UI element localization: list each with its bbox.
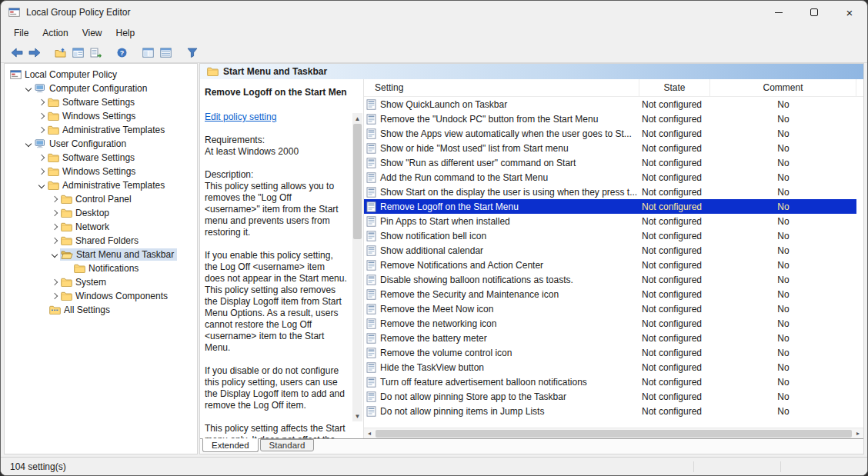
chevron-right-icon[interactable]: [48, 221, 60, 232]
tree-item-label: All Settings: [64, 305, 110, 315]
scroll-down-arrow-icon[interactable]: ▼: [352, 411, 362, 421]
comment-value: No: [710, 143, 856, 154]
tree-item-computer-configuration[interactable]: Computer Configuration: [5, 82, 197, 95]
tree-item-windows-components[interactable]: Windows Components: [5, 289, 197, 303]
close-button[interactable]: ×: [832, 1, 867, 24]
setting-row[interactable]: Remove the Meet Now iconNot configuredNo: [364, 301, 856, 316]
chevron-right-icon[interactable]: [48, 291, 60, 301]
chevron-right-icon[interactable]: [35, 166, 47, 177]
tree-item-software-settings[interactable]: Software Settings: [5, 151, 197, 165]
scroll-left-arrow-icon[interactable]: ◂: [364, 430, 375, 437]
minimize-button[interactable]: [761, 1, 796, 24]
back-button[interactable]: [8, 44, 25, 61]
extended-view-button[interactable]: [139, 44, 157, 61]
setting-row[interactable]: Remove Logoff on the Start MenuNot confi…: [364, 199, 856, 214]
chevron-right-icon[interactable]: [48, 277, 60, 288]
setting-row[interactable]: Show or hide "Most used" list from Start…: [364, 141, 856, 155]
filter-button[interactable]: [183, 44, 201, 61]
chevron-down-icon[interactable]: [35, 180, 47, 191]
tree-item-windows-settings[interactable]: Windows Settings: [5, 109, 197, 123]
help-button[interactable]: ?: [113, 44, 131, 61]
chevron-right-icon[interactable]: [35, 111, 47, 121]
tree-item-administrative-templates[interactable]: Administrative Templates: [5, 178, 197, 192]
tree-item-windows-settings[interactable]: Windows Settings: [5, 165, 197, 178]
comment-value: No: [710, 231, 856, 241]
tree-item-system[interactable]: System: [5, 275, 197, 289]
tree-item-label: Windows Settings: [62, 166, 135, 177]
tree-item-all-settings[interactable]: All Settings: [5, 303, 197, 317]
panel-header-title: Start Menu and Taskbar: [223, 66, 327, 77]
tree-item-network[interactable]: Network: [5, 220, 197, 234]
icon-view-button[interactable]: [157, 44, 175, 61]
setting-cell: Remove the Security and Maintenance icon: [364, 289, 639, 300]
setting-row[interactable]: Remove the battery meterNot configuredNo: [364, 331, 856, 345]
setting-row[interactable]: Do not allow pinning items in Jump Lists…: [364, 404, 856, 418]
forward-button[interactable]: [25, 44, 43, 61]
maximize-button[interactable]: [796, 1, 832, 24]
setting-row[interactable]: Show "Run as different user" command on …: [364, 155, 856, 170]
chevron-right-icon[interactable]: [35, 125, 47, 135]
scrollbar-track[interactable]: [352, 124, 362, 411]
scrollbar-thumb[interactable]: [353, 124, 362, 239]
setting-row[interactable]: Remove the volume control iconNot config…: [364, 345, 856, 360]
scrollbar-thumb[interactable]: [376, 430, 852, 438]
state-value: Not configured: [639, 187, 710, 198]
setting-row[interactable]: Show additional calendarNot configuredNo: [364, 243, 856, 258]
scroll-up-arrow-icon[interactable]: ▲: [352, 113, 362, 124]
chevron-down-icon[interactable]: [22, 83, 34, 94]
comment-value: No: [710, 333, 856, 344]
chevron-right-icon[interactable]: [35, 152, 47, 163]
column-header-state[interactable]: State: [639, 79, 710, 96]
chevron-right-icon[interactable]: [48, 208, 60, 218]
tree-item-administrative-templates[interactable]: Administrative Templates: [5, 123, 197, 137]
setting-row[interactable]: Turn off feature advertisement balloon n…: [364, 374, 856, 389]
tree-item-notifications[interactable]: Notifications: [5, 261, 197, 275]
edit-policy-setting-link[interactable]: Edit policy setting: [205, 112, 276, 122]
column-header-comment[interactable]: Comment: [710, 79, 856, 96]
setting-row[interactable]: Pin Apps to Start when installedNot conf…: [364, 214, 856, 228]
tree-item-software-settings[interactable]: Software Settings: [5, 95, 197, 109]
chevron-right-icon[interactable]: [48, 194, 60, 205]
tab-extended[interactable]: Extended: [202, 438, 259, 452]
setting-name: Show notification bell icon: [380, 231, 486, 241]
chevron-right-icon[interactable]: [48, 235, 60, 246]
chevron-right-icon[interactable]: [35, 97, 47, 108]
tree-item-control-panel[interactable]: Control Panel: [5, 192, 197, 206]
column-header-setting[interactable]: Setting: [364, 79, 639, 96]
tab-standard[interactable]: Standard: [260, 439, 315, 451]
setting-row[interactable]: Add the Run command to the Start MenuNot…: [364, 170, 856, 185]
tree-item-start-menu-and-taskbar[interactable]: Start Menu and Taskbar: [5, 248, 197, 261]
setting-row[interactable]: Show Start on the display the user is us…: [364, 185, 856, 199]
tree-item-user-configuration[interactable]: User Configuration: [5, 137, 197, 151]
menu-file[interactable]: File: [7, 25, 35, 41]
scroll-right-arrow-icon[interactable]: ▸: [853, 430, 863, 437]
setting-row[interactable]: Remove the Security and Maintenance icon…: [364, 287, 856, 301]
setting-row[interactable]: Remove the "Undock PC" button from the S…: [364, 112, 856, 126]
menu-view[interactable]: View: [75, 25, 109, 41]
setting-row[interactable]: Disable showing balloon notifications as…: [364, 272, 856, 287]
setting-row[interactable]: Show QuickLaunch on TaskbarNot configure…: [364, 97, 856, 112]
detail-scrollbar[interactable]: ▲ ▼: [352, 113, 362, 421]
state-value: Not configured: [639, 391, 710, 402]
tree-item-desktop[interactable]: Desktop: [5, 206, 197, 220]
menu-action[interactable]: Action: [35, 25, 75, 41]
setting-name: Remove the volume control icon: [380, 348, 512, 358]
main-area: Local Computer PolicyComputer Configurat…: [1, 63, 867, 457]
menu-help[interactable]: Help: [109, 25, 142, 41]
state-value: Not configured: [639, 362, 710, 373]
chevron-down-icon[interactable]: [48, 249, 60, 260]
show-console-tree-button[interactable]: [69, 44, 87, 61]
chevron-down-icon[interactable]: [22, 138, 34, 149]
setting-row[interactable]: Remove the networking iconNot configured…: [364, 316, 856, 331]
setting-row[interactable]: Show the Apps view automatically when th…: [364, 126, 856, 141]
export-list-button[interactable]: [87, 44, 105, 61]
setting-row[interactable]: Hide the TaskView buttonNot configuredNo: [364, 360, 856, 374]
horizontal-scrollbar[interactable]: ◂ ▸: [364, 428, 863, 438]
setting-row[interactable]: Show notification bell iconNot configure…: [364, 228, 856, 243]
setting-name: Do not allow pinning Store app to the Ta…: [380, 391, 566, 402]
setting-row[interactable]: Remove Notifications and Action CenterNo…: [364, 258, 856, 272]
up-one-level-button[interactable]: [52, 44, 69, 61]
tree-item-shared-folders[interactable]: Shared Folders: [5, 234, 197, 248]
tree-item-local-computer-policy[interactable]: Local Computer Policy: [5, 68, 197, 82]
setting-row[interactable]: Do not allow pinning Store app to the Ta…: [364, 389, 856, 404]
